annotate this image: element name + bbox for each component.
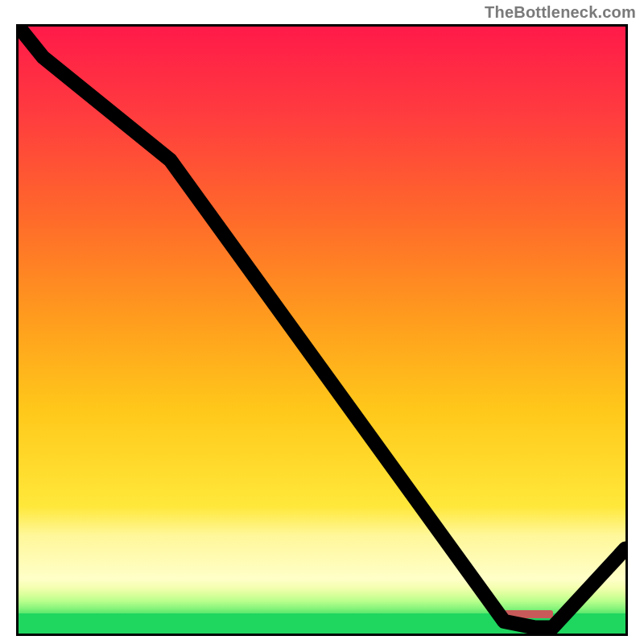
plot-area (16, 24, 628, 636)
bottleneck-curve (19, 27, 625, 634)
curve-path (19, 27, 625, 627)
watermark-text: TheBottleneck.com (485, 3, 636, 22)
chart-canvas: TheBottleneck.com (0, 0, 644, 644)
